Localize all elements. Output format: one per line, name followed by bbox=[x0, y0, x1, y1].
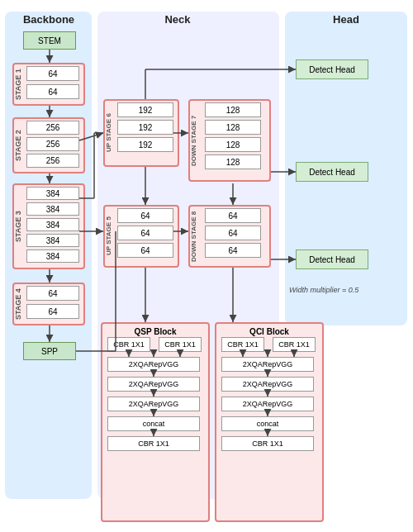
up-stage6-box3: 192 bbox=[117, 137, 173, 152]
stage2-box2: 256 bbox=[26, 137, 79, 151]
down-stage7-box4: 128 bbox=[205, 154, 261, 169]
qci-cbr-out: CBR 1X1 bbox=[221, 436, 314, 451]
down-stage7-label: DOWN STAGE 7 bbox=[190, 101, 197, 180]
neck-label: Neck bbox=[145, 13, 211, 26]
qsp-rep3: 2XQARepVGG bbox=[107, 397, 200, 411]
down-stage8-box3: 64 bbox=[205, 243, 261, 258]
up-stage6-label: UP STAGE 6 bbox=[105, 101, 112, 165]
stage2-label: STAGE 2 bbox=[14, 119, 22, 172]
up-stage6-box1: 192 bbox=[117, 102, 173, 117]
stage3-box1: 384 bbox=[26, 187, 79, 200]
down-stage7-box1: 128 bbox=[205, 102, 261, 117]
detect-head-2: Detect Head bbox=[296, 162, 368, 182]
qsp-concat: concat bbox=[107, 416, 200, 431]
stem-box: STEM bbox=[23, 31, 76, 50]
stage4-label: STAGE 4 bbox=[14, 284, 22, 324]
stage1-box1: 64 bbox=[26, 66, 79, 81]
down-stage8-box2: 64 bbox=[205, 226, 261, 240]
qci-rep1: 2XQARepVGG bbox=[221, 357, 314, 372]
stage2-box3: 256 bbox=[26, 154, 79, 168]
qci-block-label: QCI Block bbox=[249, 327, 289, 336]
detect-head-1: Detect Head bbox=[296, 59, 368, 79]
qci-concat: concat bbox=[221, 416, 314, 431]
stage4-box2: 64 bbox=[26, 304, 79, 319]
stage3-box4: 384 bbox=[26, 234, 79, 247]
backbone-label: Backbone bbox=[12, 13, 86, 26]
stage3-label: STAGE 3 bbox=[14, 185, 22, 268]
qsp-block-label: QSP Block bbox=[135, 327, 177, 336]
up-stage6-box2: 192 bbox=[117, 120, 173, 135]
qci-cbr1: CBR 1X1 bbox=[221, 337, 264, 352]
down-stage8-box1: 64 bbox=[205, 208, 261, 223]
qsp-cbr2: CBR 1X1 bbox=[159, 337, 202, 352]
qsp-rep2: 2XQARepVGG bbox=[107, 377, 200, 392]
down-stage7-box2: 128 bbox=[205, 120, 261, 135]
stage3-box5: 384 bbox=[26, 249, 79, 263]
up-stage5-label: UP STAGE 5 bbox=[105, 207, 112, 266]
spp-box: SPP bbox=[23, 342, 76, 360]
stage1-box2: 64 bbox=[26, 84, 79, 99]
head-label: Head bbox=[289, 13, 403, 26]
down-stage8-label: DOWN STAGE 8 bbox=[190, 207, 197, 266]
up-stage5-box1: 64 bbox=[117, 208, 173, 223]
down-stage7-box3: 128 bbox=[205, 137, 261, 152]
detect-head-3: Detect Head bbox=[296, 249, 368, 269]
stage2-box1: 256 bbox=[26, 121, 79, 135]
up-stage5-box3: 64 bbox=[117, 243, 173, 258]
qci-rep2: 2XQARepVGG bbox=[221, 377, 314, 392]
qci-cbr2: CBR 1X1 bbox=[273, 337, 316, 352]
diagram: Backbone Neck Head STEM STAGE 1 64 64 ST… bbox=[0, 0, 413, 532]
stage3-box3: 384 bbox=[26, 218, 79, 231]
qsp-rep1: 2XQARepVGG bbox=[107, 357, 200, 372]
qsp-cbr-out: CBR 1X1 bbox=[107, 436, 200, 451]
stage4-box1: 64 bbox=[26, 286, 79, 301]
stage3-box2: 384 bbox=[26, 202, 79, 216]
up-stage5-box2: 64 bbox=[117, 226, 173, 240]
qsp-cbr1: CBR 1X1 bbox=[107, 337, 150, 352]
width-multiplier-note: Width multiplier = 0.5 bbox=[289, 286, 358, 294]
stage1-label: STAGE 1 bbox=[14, 64, 22, 104]
qci-rep3: 2XQARepVGG bbox=[221, 397, 314, 411]
